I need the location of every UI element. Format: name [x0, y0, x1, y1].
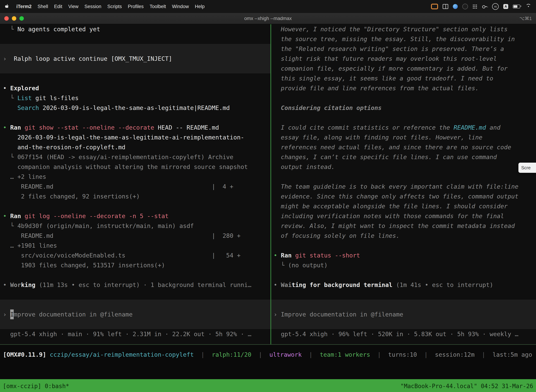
omx-segment: | [370, 351, 388, 358]
prompt-input[interactable]: › Improve documentation in @filename [0, 300, 270, 329]
omx-segment: cczip/essay/ai-reimplementation-copyleft [50, 351, 194, 358]
tool-call-ran: • Ran git status --short [271, 250, 536, 260]
omx-segment: session:12m [435, 351, 474, 358]
wifi-icon[interactable] [526, 4, 531, 9]
menu-items: iTerm2ShellEditViewSessionScriptsProfile… [16, 4, 205, 9]
terminal-line: review. Also, I might want to inspect th… [271, 221, 536, 231]
tool-call-explored: • Explored [0, 83, 270, 93]
input-source-icon[interactable]: A [503, 4, 508, 9]
close-button[interactable] [4, 16, 9, 21]
terminal-line: … +1901 lines [0, 241, 270, 250]
minimize-button[interactable] [12, 16, 16, 21]
omx-segment: ralph:11/20 [212, 351, 251, 358]
omx-status-bar: [OMX#0.11.9] cczip/essay/ai-reimplementa… [0, 345, 536, 364]
tmux-host-clock: "MacBook-Pro-44.local" 04:52 31-Mar-26 [400, 383, 533, 390]
tmux-status-bar: [omx-cczip] 0:bash* "MacBook-Pro-44.loca… [0, 379, 536, 392]
menu-item-edit[interactable]: Edit [54, 4, 62, 9]
terminal-line: output instead. [271, 162, 536, 172]
thinking-heading: Considering citation options [271, 103, 536, 113]
blank-line [0, 73, 270, 83]
omx-segment: | [302, 351, 320, 358]
screen-notification-tooltip: Scre [518, 163, 536, 173]
menu-item-scripts[interactable]: Scripts [107, 4, 122, 9]
terminal-line: the "Related research writing" section i… [271, 44, 536, 54]
model-status-line: gpt-5.4 xhigh · main · 91% left · 2.31M … [0, 329, 270, 339]
inject-banner: › Ralph loop active continue [OMX_TMUX_I… [0, 44, 270, 73]
terminal-line: └ No agents completed yet [0, 24, 270, 34]
working-status: • Working (11m 13s • esc to interrupt) ·… [0, 280, 270, 290]
omx-segment: | [417, 351, 435, 358]
terminal-line: changes, I can’t cite specific file line… [271, 152, 536, 162]
tmux-session-label: [omx-cczip] 0:bash* [3, 383, 69, 390]
screen-recording-indicator[interactable] [431, 4, 438, 9]
terminal-line: slight risk that future readers may over… [271, 54, 536, 64]
terminal-line: provide file and line references from th… [271, 83, 536, 93]
menu-item-window[interactable]: Window [172, 4, 189, 9]
apple-icon[interactable] [5, 4, 9, 9]
battery-icon[interactable] [513, 5, 520, 9]
terminal-area: └ No agents completed yet› Ralph loop ac… [0, 24, 536, 345]
battery-percent-icon[interactable]: .61 [492, 3, 499, 10]
waiting-status: • Waiting for background terminal (1m 41… [271, 280, 536, 290]
omx-segment: last:5m ago [493, 351, 532, 358]
blank-line [0, 290, 270, 300]
menu-item-session[interactable]: Session [84, 4, 101, 9]
terminal-line: this single essay, it seems like a good … [271, 73, 536, 83]
menu-bar: iTerm2ShellEditViewSessionScriptsProfile… [0, 0, 536, 13]
menu-item-view[interactable]: View [68, 4, 78, 9]
blank-line [0, 113, 270, 123]
omx-segment: [OMX#0.11.9] [3, 351, 50, 358]
model-status-line: gpt-5.4 xhigh · 96% left · 520K in · 5.8… [271, 329, 536, 339]
menu-item-iterm2[interactable]: iTerm2 [16, 4, 32, 9]
menubar-status-icons: .61A [431, 3, 531, 10]
dots-grid-icon[interactable] [473, 4, 477, 9]
terminal-line: README.md | 4 + [0, 182, 270, 191]
menu-item-shell[interactable]: Shell [38, 4, 48, 9]
terminal-line: I could cite commit statistics or refere… [271, 123, 536, 132]
terminal-line: Search 2026-03-09-is-legal-the-same-as-l… [0, 103, 270, 113]
iterm2-window: iTerm2ShellEditViewSessionScriptsProfile… [0, 0, 536, 392]
terminal-line: and-the-erosion-of-copyleft.md [0, 142, 270, 152]
tooltip-text: Scre [521, 165, 531, 171]
tiles-icon[interactable] [443, 4, 448, 9]
terminal-line: 2 files changed, 92 insertions(+) [0, 191, 270, 201]
terminal-line: └ 067f154 (HEAD -> essay/ai-reimplementa… [0, 152, 270, 162]
terminal-line: └ List git ls-files [0, 93, 270, 103]
terminal-line: of focusing solely on file lines. [271, 231, 536, 241]
blank-line [271, 270, 536, 280]
terminal-line: 1903 files changed, 513517 insertions(+) [0, 260, 270, 270]
blank-line [271, 113, 536, 123]
omx-segment: ultrawork [269, 351, 302, 358]
window-title: omx --xhigh --madmax [0, 16, 536, 21]
prompt-input[interactable]: › Improve documentation in @filename [271, 300, 536, 329]
terminal-line: The team guideline is to back every impo… [271, 182, 536, 191]
terminal-line: 2026-03-09-is-legal-the-same-as-legitima… [0, 132, 270, 142]
terminal-line: companion analysis without altering the … [0, 162, 270, 172]
menu-item-help[interactable]: Help [195, 4, 205, 9]
traffic-lights [4, 16, 24, 21]
zoom-button[interactable] [19, 16, 24, 21]
terminal-line: README.md | 280 + [0, 231, 270, 241]
pane-left[interactable]: └ No agents completed yet› Ralph loop ac… [0, 24, 270, 344]
terminal-line: references need actual files, and since … [271, 142, 536, 152]
terminal-line: the source tree, missing the essay. Stil… [271, 34, 536, 44]
blue-app-icon[interactable] [453, 4, 458, 9]
window-shortcut-badge: ⌥⌘1 [519, 16, 532, 21]
blank-line [0, 270, 270, 280]
terminal-line: src/voice/voiceModeEnabled.ts | 54 + [0, 250, 270, 260]
key-icon[interactable] [482, 4, 488, 9]
blank-line [0, 34, 270, 44]
blank-line [271, 172, 536, 182]
terminal-line: including verification notes with those … [271, 211, 536, 221]
omx-segment: | [251, 351, 269, 358]
pane-right[interactable]: However, I noticed the "Directory Struct… [271, 24, 536, 344]
omx-segment: | [194, 351, 212, 358]
terminal-line: └ 4b9d30f (origin/main, instructkr/main,… [0, 221, 270, 231]
title-bar[interactable]: omx --xhigh --madmax ⌥⌘1 [0, 13, 536, 24]
terminal-line: evidence. Since this change only affects… [271, 191, 536, 201]
menu-item-profiles[interactable]: Profiles [128, 4, 144, 9]
terminal-line: might be acceptable alongside the file l… [271, 201, 536, 211]
menu-item-toolbelt[interactable]: Toolbelt [150, 4, 166, 9]
omx-segment: turns:10 [388, 351, 417, 358]
dark-app-icon[interactable] [462, 4, 468, 9]
